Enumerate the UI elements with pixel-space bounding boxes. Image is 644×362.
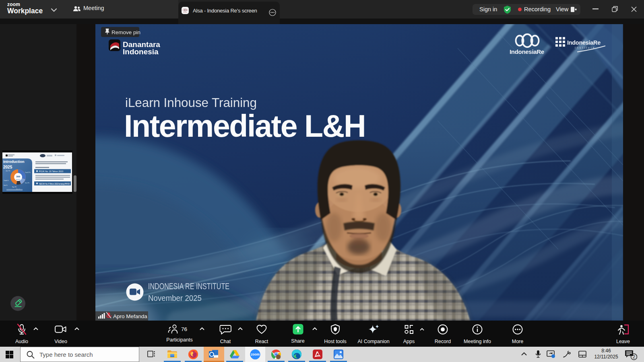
svg-text:INDONESIA RE INSTITUTE: INDONESIA RE INSTITUTE [148, 281, 229, 291]
svg-text:2: 2 [633, 354, 635, 359]
svg-text:peserta: peserta [16, 179, 21, 180]
svg-text:Sya 3%: Sya 3% [12, 186, 17, 188]
svg-text:Institute: Institute [575, 46, 596, 49]
svg-text:Apro Mefanda: Apro Mefanda [113, 313, 147, 319]
svg-text:Juli, 7%: Juli, 7% [6, 170, 10, 172]
svg-text:SEOJK No. 5 Tahun 2022 tentang: SEOJK No. 5 Tahun 2022 tentang PAYDI [39, 183, 70, 185]
svg-text:Tradis %: Tradis % [4, 180, 9, 181]
svg-text:IndonesiaRe: IndonesiaRe [567, 39, 601, 46]
svg-text:Unit %: Unit % [4, 185, 8, 186]
svg-text:Remove pin: Remove pin [111, 29, 140, 35]
svg-text:zoom: zoom [251, 353, 259, 356]
svg-text:Indonesia: Indonesia [123, 47, 159, 56]
svg-text:2025: 2025 [3, 165, 12, 169]
svg-text:IndonesiaRe: IndonesiaRe [510, 48, 544, 55]
svg-text:Intermediate L&H: Intermediate L&H [124, 109, 365, 143]
svg-text:POJK No. 20 Tahun 2023: POJK No. 20 Tahun 2023 [39, 170, 63, 173]
svg-text:November 2025: November 2025 [148, 293, 202, 302]
svg-text:Kes 9%: Kes 9% [25, 182, 29, 184]
svg-text:Introduction: Introduction [3, 160, 25, 164]
svg-text:Trad 17%: Trad 17% [25, 172, 31, 173]
svg-text:388: 388 [16, 175, 21, 178]
svg-text:iLearn Inhouse Training: iLearn Inhouse Training [125, 95, 257, 110]
